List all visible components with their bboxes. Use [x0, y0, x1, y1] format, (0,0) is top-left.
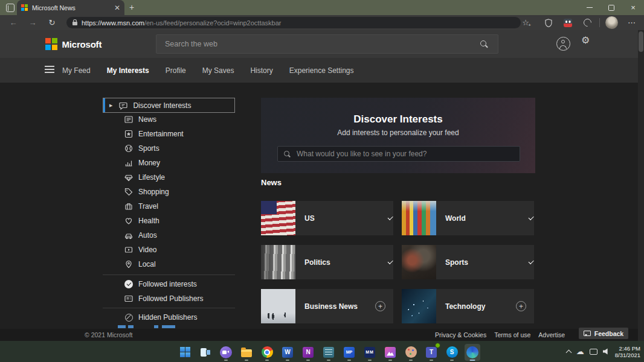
tray-chevron-up-icon[interactable]	[565, 349, 572, 355]
minimize-button[interactable]	[579, 0, 601, 15]
nav-items: My Feed My Interests Profile My Saves Hi…	[62, 58, 354, 83]
interest-card-technology[interactable]: Technology +	[402, 289, 534, 323]
interest-card-politics[interactable]: Politics	[261, 245, 393, 279]
new-tab-button[interactable]: +	[129, 2, 134, 13]
business-news-thumbnail	[261, 289, 295, 323]
sidebar-item-health[interactable]: Health	[103, 214, 235, 228]
account-icon[interactable]	[556, 37, 570, 51]
photos-app-icon[interactable]	[382, 344, 398, 361]
volume-speaker-icon[interactable]	[603, 348, 610, 355]
sidebar-item-local[interactable]: Local	[103, 257, 235, 272]
web-search-input[interactable]	[156, 40, 480, 48]
sidebar-item-news[interactable]: News	[103, 112, 235, 127]
window-controls: ×	[579, 0, 644, 15]
privacy-cookies-link[interactable]: Privacy & Cookies	[435, 331, 486, 338]
file-explorer-icon[interactable]	[239, 344, 254, 361]
forward-icon[interactable]: →	[25, 15, 40, 30]
video-icon	[124, 245, 134, 255]
check-circle-icon	[124, 279, 134, 289]
url-field[interactable]: https://www.msn.com/en-us/feed/personali…	[66, 17, 521, 28]
sidebar-item-sports[interactable]: Sports	[103, 141, 235, 156]
sidebar-item-shopping[interactable]: Shopping	[103, 185, 235, 199]
interest-card-business-news[interactable]: Business News +	[261, 289, 393, 323]
feedback-comment-icon	[584, 331, 591, 336]
lifestyle-icon	[124, 173, 134, 182]
skype-icon[interactable]: S	[444, 344, 460, 361]
nav-experience-settings[interactable]: Experience Settings	[289, 66, 354, 75]
word-icon[interactable]: W	[280, 344, 295, 361]
teams-icon[interactable]: T	[423, 344, 439, 361]
nav-my-saves[interactable]: My Saves	[202, 66, 234, 75]
refresh-icon[interactable]: ↻	[45, 15, 59, 30]
advertise-link[interactable]: Advertise	[538, 331, 565, 338]
task-view-icon[interactable]	[198, 344, 213, 361]
settings-gear-icon[interactable]: ⚙	[581, 34, 590, 46]
sidebar-item-lifestyle[interactable]: Lifestyle	[103, 170, 235, 185]
start-button-icon[interactable]	[177, 344, 193, 361]
nav-my-interests[interactable]: My Interests	[107, 66, 149, 75]
terms-of-use-link[interactable]: Terms of use	[494, 331, 530, 338]
browser-addressbar: ← → ↻ https://www.msn.com/en-us/feed/per…	[0, 15, 644, 30]
profile-avatar[interactable]	[604, 15, 619, 30]
onedrive-cloud-icon[interactable]: ☁	[576, 348, 584, 355]
sidebar-item-discover-interests[interactable]: ▶ Discover Interests	[103, 98, 235, 113]
tab-favicon-microsoft-icon	[21, 4, 28, 11]
interest-card-sports[interactable]: Sports	[402, 245, 534, 279]
feedback-button[interactable]: Feedback	[579, 328, 628, 339]
tab-close-icon[interactable]: ✕	[114, 4, 120, 11]
clipped-link-fragment[interactable]	[154, 325, 158, 328]
search-icon	[284, 151, 291, 157]
nav-history[interactable]: History	[250, 66, 272, 75]
tab-actions-icon[interactable]	[6, 4, 14, 12]
technology-thumbnail	[402, 289, 436, 323]
hamburger-menu-icon[interactable]	[45, 66, 54, 73]
autos-icon	[124, 230, 134, 240]
interest-search-input[interactable]	[295, 149, 514, 159]
search-icon[interactable]	[480, 40, 488, 48]
nav-my-feed[interactable]: My Feed	[62, 66, 91, 75]
network-monitor-icon[interactable]	[590, 349, 597, 355]
sidebar-item-travel[interactable]: Travel	[103, 199, 235, 214]
sidebar-item-followed-publishers[interactable]: Followed Publishers	[103, 291, 235, 306]
sidebar-item-followed-interests[interactable]: Followed interests	[103, 277, 235, 291]
nav-profile[interactable]: Profile	[166, 66, 186, 75]
scrollbar-thumb[interactable]	[639, 31, 643, 52]
shield-icon[interactable]	[541, 15, 556, 30]
journal-app-icon[interactable]	[321, 344, 336, 361]
sidebar-item-video[interactable]: Video	[103, 243, 235, 257]
blocked-circle-icon	[124, 313, 134, 322]
extension-icon[interactable]	[561, 15, 575, 30]
back-icon[interactable]: ←	[6, 15, 21, 30]
edge-icon[interactable]	[465, 344, 480, 361]
add-plus-icon[interactable]: +	[375, 301, 385, 311]
add-plus-icon[interactable]: +	[516, 301, 526, 311]
favorites-star-icon[interactable]: ☆	[518, 15, 533, 30]
collections-icon[interactable]	[580, 15, 594, 30]
maximize-button[interactable]	[601, 0, 622, 15]
sidebar-divider	[103, 275, 235, 275]
paint-app-icon[interactable]	[403, 344, 419, 361]
sidebar-item-entertainment[interactable]: Entertainment	[103, 127, 235, 141]
chrome-icon[interactable]	[259, 344, 275, 361]
media-tool-icon[interactable]: MM	[362, 344, 378, 361]
interest-card-world[interactable]: World	[402, 201, 534, 235]
interest-card-us[interactable]: US	[261, 201, 393, 235]
chat-icon[interactable]	[218, 344, 234, 361]
sidebar-divider	[103, 308, 235, 308]
clipped-link-fragment[interactable]	[118, 325, 126, 328]
browser-tab[interactable]: Microsoft News ✕	[17, 0, 124, 15]
msn-nav: My Feed My Interests Profile My Saves Hi…	[0, 58, 644, 83]
browser-menu-icon[interactable]: ⋯	[625, 15, 639, 30]
sidebar-item-autos[interactable]: Autos	[103, 228, 235, 243]
clipped-link-fragment[interactable]	[162, 325, 175, 328]
media-player-icon[interactable]: MP	[341, 344, 357, 361]
hero-subtitle: Add interests to personalize your feed	[261, 129, 535, 137]
close-window-button[interactable]: ×	[622, 0, 644, 15]
sidebar-item-hidden-publishers[interactable]: Hidden Publishers	[103, 310, 235, 325]
taskbar-clock[interactable]: 2:46 PM 8/31/2021	[615, 345, 640, 358]
onenote-icon[interactable]: N	[300, 344, 316, 361]
sidebar-item-money[interactable]: Money	[103, 156, 235, 170]
microsoft-brand[interactable]: Microsoft	[45, 30, 101, 58]
clipped-link-fragment[interactable]	[128, 325, 134, 328]
expander-triangle-icon[interactable]: ▶	[109, 103, 112, 108]
